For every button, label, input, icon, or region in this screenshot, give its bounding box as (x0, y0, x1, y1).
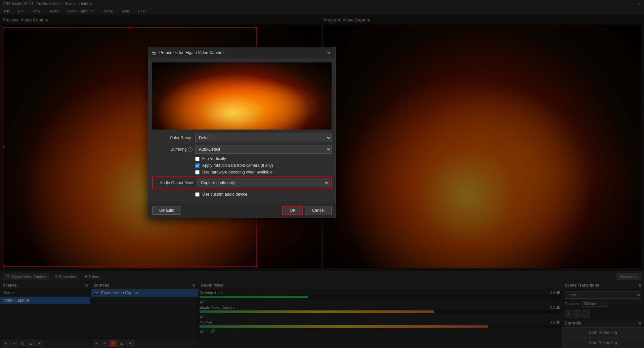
custom-audio-row: Use custom audio device (152, 192, 332, 197)
defaults-button[interactable]: Defaults (152, 206, 181, 215)
color-range-label: Color Range (152, 136, 192, 140)
modal-body: Color Range Default Buffering ? Auto-Det… (148, 58, 336, 203)
modal-overlay: 📷 Properties for 'Elgato Video Capture' … (0, 0, 644, 348)
modal-footer: Defaults OK Cancel (148, 203, 336, 218)
audio-output-label: Audio Output Mode (154, 181, 195, 185)
color-range-select[interactable]: Default (195, 134, 332, 142)
buffering-info-icon[interactable]: ? (188, 147, 192, 152)
hw-decoding-checkbox[interactable] (195, 170, 200, 175)
cancel-button[interactable]: Cancel (305, 206, 332, 215)
buffering-select[interactable]: Auto-Detect (195, 145, 332, 154)
flip-vertically-checkbox[interactable] (195, 157, 200, 161)
audio-output-row: Audio Output Mode Capture audio only (152, 177, 332, 189)
custom-audio-checkbox[interactable] (195, 192, 200, 197)
flip-vertically-label: Flip Vertically (202, 156, 226, 161)
modal-title-icon: 📷 (152, 51, 156, 55)
modal-title-bar: 📷 Properties for 'Elgato Video Capture' … (148, 47, 336, 58)
hw-decoding-label: Use hardware decoding when available (202, 170, 272, 175)
modal-preview-image (152, 62, 332, 130)
modal-footer-right: OK Cancel (282, 206, 332, 215)
modal-close-button[interactable]: ✕ (326, 49, 332, 56)
properties-modal: 📷 Properties for 'Elgato Video Capture' … (148, 47, 336, 218)
buffering-row: Buffering ? Auto-Detect (152, 145, 332, 154)
audio-output-select[interactable]: Capture audio only (197, 179, 330, 187)
modal-title-row: 📷 Properties for 'Elgato Video Capture' (152, 50, 224, 55)
buffering-label: Buffering ? (152, 147, 192, 152)
apply-rotation-checkbox[interactable] (195, 163, 200, 168)
hw-decoding-row: Use hardware decoding when available (152, 170, 332, 175)
flip-vertically-row: Flip Vertically (152, 156, 332, 161)
modal-title: Properties for 'Elgato Video Capture' (159, 50, 224, 55)
custom-audio-label: Use custom audio device (202, 192, 247, 197)
ok-button[interactable]: OK (282, 206, 303, 215)
apply-rotation-row: Apply rotation data from camera (if any) (152, 163, 332, 168)
color-range-row: Color Range Default (152, 134, 332, 142)
apply-rotation-label: Apply rotation data from camera (if any) (202, 163, 273, 168)
